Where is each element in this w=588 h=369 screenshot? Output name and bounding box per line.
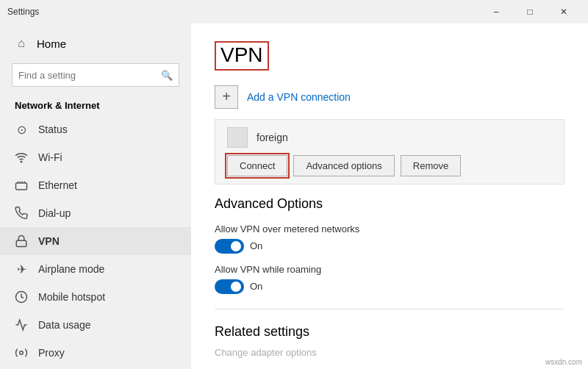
divider — [215, 309, 564, 309]
sidebar-item-airplane[interactable]: ✈ Airplane mode — [0, 255, 191, 283]
sidebar-label-hotspot: Mobile hotspot — [38, 291, 105, 303]
change-adapter-link[interactable]: Change adapter options — [215, 347, 564, 358]
sidebar-item-dialup[interactable]: Dial-up — [0, 199, 191, 227]
title-bar: Settings – □ ✕ — [0, 0, 588, 24]
advanced-options-title: Advanced Options — [215, 196, 564, 212]
app-body: ⌂ Home 🔍 Network & Internet ⊙ Status Wi-… — [0, 24, 588, 369]
sidebar-label-status: Status — [38, 123, 68, 135]
proxy-icon — [15, 346, 28, 359]
vpn-item-name: foreign — [257, 132, 288, 143]
sidebar-label-dialup: Dial-up — [38, 207, 71, 219]
airplane-icon: ✈ — [15, 262, 28, 276]
app-title: Settings — [7, 7, 39, 17]
maximize-button[interactable]: □ — [513, 0, 547, 24]
search-icon: 🔍 — [161, 70, 173, 81]
vpn-buttons: Connect Advanced options Remove — [227, 155, 552, 176]
ethernet-icon — [15, 179, 28, 192]
sidebar-item-datausage[interactable]: Data usage — [0, 311, 191, 339]
home-label: Home — [37, 37, 66, 50]
datausage-icon — [15, 318, 28, 332]
sidebar-item-ethernet[interactable]: Ethernet — [0, 171, 191, 199]
sidebar-item-status[interactable]: ⊙ Status — [0, 115, 191, 143]
sidebar-item-wifi[interactable]: Wi-Fi — [0, 143, 191, 171]
wifi-icon — [15, 151, 28, 164]
watermark: wsxdn.com — [545, 358, 582, 366]
hotspot-icon — [15, 290, 28, 304]
sidebar-label-airplane: Airplane mode — [38, 263, 104, 275]
sidebar-section-title: Network & Internet — [0, 93, 191, 115]
metered-toggle-row: Allow VPN over metered networks On — [215, 223, 564, 254]
minimize-button[interactable]: – — [479, 0, 513, 24]
metered-label: Allow VPN over metered networks — [215, 223, 564, 234]
sidebar-label-vpn: VPN — [38, 235, 60, 247]
search-input[interactable] — [18, 70, 161, 81]
sidebar-home-button[interactable]: ⌂ Home — [0, 29, 191, 57]
sidebar-item-hotspot[interactable]: Mobile hotspot — [0, 283, 191, 311]
roaming-label: Allow VPN while roaming — [215, 264, 564, 275]
vpn-item-card: foreign Connect Advanced options Remove — [215, 119, 564, 184]
home-icon: ⌂ — [15, 37, 28, 50]
status-icon: ⊙ — [15, 123, 28, 136]
sidebar-item-proxy[interactable]: Proxy — [0, 339, 191, 367]
sidebar-label-wifi: Wi-Fi — [38, 151, 62, 163]
svg-point-0 — [21, 161, 22, 162]
add-vpn-button[interactable]: + Add a VPN connection — [215, 85, 564, 109]
page-title: VPN — [215, 41, 269, 71]
close-button[interactable]: ✕ — [547, 0, 581, 24]
advanced-options-button[interactable]: Advanced options — [293, 155, 394, 176]
vpn-item-header: foreign — [227, 127, 552, 148]
sidebar-label-ethernet: Ethernet — [38, 179, 77, 191]
vpn-icon — [15, 234, 28, 248]
roaming-toggle[interactable] — [215, 279, 244, 294]
metered-toggle-control: On — [215, 239, 564, 254]
svg-rect-2 — [16, 240, 26, 246]
dialup-icon — [15, 207, 28, 220]
vpn-item-icon — [227, 127, 248, 148]
remove-button[interactable]: Remove — [401, 155, 461, 176]
svg-point-3 — [20, 351, 24, 355]
related-settings-title: Related settings — [215, 324, 564, 340]
window-controls: – □ ✕ — [479, 0, 581, 24]
sidebar-label-proxy: Proxy — [38, 347, 65, 359]
roaming-toggle-row: Allow VPN while roaming On — [215, 264, 564, 294]
metered-toggle[interactable] — [215, 239, 244, 254]
add-icon: + — [215, 85, 238, 109]
sidebar: ⌂ Home 🔍 Network & Internet ⊙ Status Wi-… — [0, 24, 191, 369]
search-box: 🔍 — [12, 63, 179, 87]
sidebar-label-datausage: Data usage — [38, 319, 91, 331]
connect-button[interactable]: Connect — [227, 155, 287, 176]
add-vpn-label: Add a VPN connection — [247, 91, 351, 103]
roaming-toggle-control: On — [215, 279, 564, 294]
roaming-toggle-text: On — [250, 281, 262, 292]
content-area: VPN + Add a VPN connection foreign Conne… — [191, 24, 588, 369]
svg-rect-1 — [16, 183, 27, 190]
sidebar-item-vpn[interactable]: VPN — [0, 227, 191, 255]
metered-toggle-text: On — [250, 240, 262, 251]
